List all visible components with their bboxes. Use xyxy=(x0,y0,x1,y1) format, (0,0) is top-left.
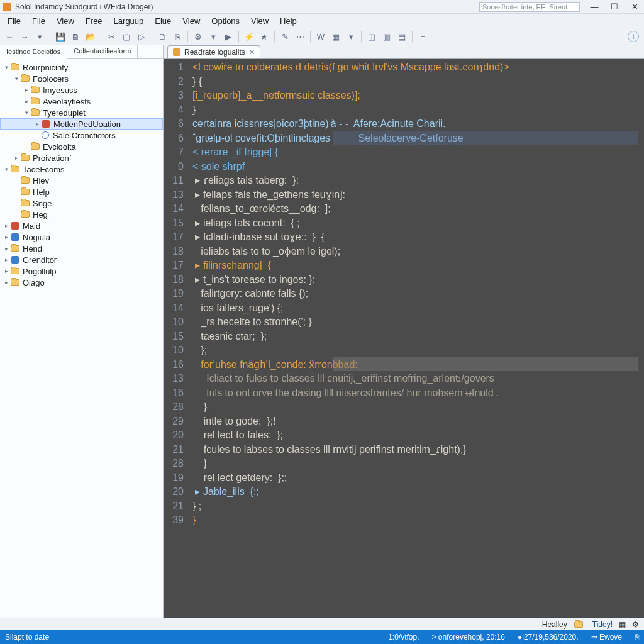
menu-file-1[interactable]: File xyxy=(27,15,50,27)
editor-pane[interactable]: 1234667011131415171817181914101510161316… xyxy=(164,59,644,618)
panel3-icon[interactable]: ▤ xyxy=(395,30,409,43)
grid-icon[interactable]: ▦ xyxy=(329,30,343,43)
menu-larguup-4[interactable]: Larguup xyxy=(109,15,149,27)
bolt-icon[interactable]: ⚡ xyxy=(242,30,256,43)
box-icon[interactable]: ▢ xyxy=(119,30,133,43)
footer-link[interactable]: Tidey! xyxy=(592,620,613,629)
wand-icon[interactable]: ✎ xyxy=(278,30,292,43)
code-line[interactable]: } xyxy=(192,103,640,118)
status-branch[interactable]: > onforevehopļ, 20:16 xyxy=(432,633,505,641)
save-icon[interactable]: 💾 xyxy=(53,30,67,43)
arrow-down-icon[interactable]: ▾ xyxy=(206,30,220,43)
menu-view-6[interactable]: View xyxy=(177,15,205,27)
arrow-left-icon[interactable]: ← xyxy=(3,30,16,43)
menu-file-0[interactable]: File xyxy=(3,15,26,27)
close-button[interactable]: ✕ xyxy=(628,1,641,13)
tree-item-olago[interactable]: ▸Olago xyxy=(0,277,163,288)
tree-item-sale cronctiotors[interactable]: Sale Cronctiotors xyxy=(0,130,163,141)
tab-icon[interactable]: ⎘ xyxy=(170,30,184,43)
code-line[interactable]: fcules to labses to classes lll rnvitij … xyxy=(192,443,640,457)
info-icon[interactable]: i xyxy=(628,31,639,42)
code-line[interactable]: < sole shrpf xyxy=(192,160,640,174)
menu-options-7[interactable]: Options xyxy=(206,15,245,27)
code-line[interactable]: ▸ fclladi-inbase sut toɣe:: } { xyxy=(192,230,640,245)
code-line[interactable]: } ; xyxy=(192,499,640,514)
code-line[interactable]: } xyxy=(192,400,640,414)
word-icon[interactable]: W xyxy=(314,30,328,43)
tree-item-hend[interactable]: ▸Hend xyxy=(0,243,163,254)
panel-icon[interactable]: ◫ xyxy=(365,30,379,43)
tree-item-pogollulp[interactable]: ▸Pogollulp xyxy=(0,265,163,277)
minimize-button[interactable]: — xyxy=(587,1,601,13)
tree-item-hiev[interactable]: Hiev xyxy=(0,175,163,186)
dots-icon[interactable]: ⋯ xyxy=(293,30,307,43)
doc-icon[interactable]: 🗋 xyxy=(155,30,169,43)
sidebar-tab-explorer[interactable]: Iestined Eoclotios xyxy=(0,46,67,59)
code-line[interactable]: taesnic ctar; }; xyxy=(192,330,640,344)
code-line[interactable]: [i_reuperb]_a__netformsuic classes)]; xyxy=(192,89,640,103)
scissors-icon[interactable]: ✂ xyxy=(104,30,118,43)
code-line[interactable]: fellans_to_œrolécts__odg: ]; xyxy=(192,202,640,216)
code-line[interactable]: ieliabs tals to to _oɸem le igel); xyxy=(192,245,640,259)
maximize-button[interactable]: ☐ xyxy=(608,1,621,13)
play-icon[interactable]: ▶ xyxy=(221,30,235,43)
tree-item-proivation`[interactable]: ▸Proivation` xyxy=(0,152,163,164)
code-line[interactable]: } xyxy=(192,457,640,471)
tree-item-maid[interactable]: ▸Maid xyxy=(0,220,163,231)
panel-toggle-icon[interactable]: ▦ xyxy=(619,620,626,629)
status-action[interactable]: ⇒ Ewove xyxy=(591,633,622,641)
tree-item-tacefcoms[interactable]: ▾TaceFcoms xyxy=(0,164,163,175)
panel2-icon[interactable]: ▥ xyxy=(380,30,394,43)
menu-help-9[interactable]: Help xyxy=(275,15,302,27)
gear-blue-icon[interactable]: ⚙ xyxy=(191,30,205,43)
folder-open-icon[interactable]: 📂 xyxy=(84,30,97,43)
code-line[interactable]: ▸ fellaps fals the_gethens feuɣin]: xyxy=(192,188,640,203)
code-line[interactable]: } { xyxy=(192,75,640,89)
code-line[interactable]: tuls to ont orve the dasing llll niiserc… xyxy=(192,386,640,401)
tree-item-imyesuss[interactable]: ▸Imyesuss xyxy=(0,84,163,96)
code-line[interactable]: rel lect to fales: }; xyxy=(192,428,640,443)
tab-close-icon[interactable]: ✕ xyxy=(249,48,255,57)
code-line[interactable]: ▸ ieliags tals cocont: { ; xyxy=(192,216,640,231)
code-line[interactable]: ▸ ɾeliags tals taberg: }; xyxy=(192,174,640,188)
code-line[interactable]: ▸ Jable_ills {:; xyxy=(192,485,640,499)
code-line[interactable]: }; xyxy=(192,343,640,358)
editor-tab-active[interactable]: Readrate logualits ✕ xyxy=(167,45,260,58)
tree-item-heg[interactable]: Heg xyxy=(0,209,163,220)
sidebar-tab-secondary[interactable]: Coltentactilieaform xyxy=(67,45,138,58)
play-alt-icon[interactable]: ▷ xyxy=(135,30,148,43)
status-date[interactable]: ●i27/19,536/2020. xyxy=(518,633,579,641)
code-line[interactable]: ▸ t_ins't torease to ingos: }; xyxy=(192,273,640,287)
project-tree[interactable]: ▾Rourpnicihty▾Foolocers▸Imyesuss▸Aveolay… xyxy=(0,59,163,618)
tree-item-evclooita[interactable]: Evclooita xyxy=(0,141,163,152)
code-line[interactable]: ios fallers_ruge') {; xyxy=(192,301,640,316)
search-input[interactable]: Socesfhoter inte, EF- Sirent xyxy=(479,2,580,12)
status-left[interactable]: Sllapt to date xyxy=(5,633,49,641)
code-line[interactable]: <l cowire to colderates d detris(f go wh… xyxy=(192,60,640,75)
code-line[interactable]: intle to gode: };! xyxy=(192,414,640,429)
plus-icon[interactable]: ＋ xyxy=(416,30,430,43)
menu-elue-5[interactable]: Elue xyxy=(150,15,176,27)
tree-item-nogiula[interactable]: ▸Nogiula xyxy=(0,231,163,243)
code-line[interactable]: rel lect getdery: };; xyxy=(192,471,640,486)
tree-item-snge[interactable]: Snge xyxy=(0,197,163,209)
settings-icon[interactable]: ⚙ xyxy=(632,620,639,629)
arrow-down-icon[interactable]: ▾ xyxy=(33,30,47,43)
tree-item-aveolaytiests[interactable]: ▸Aveolaytiests xyxy=(0,96,163,107)
code-line[interactable]: ▸ filinrschanng| { xyxy=(192,258,640,273)
tree-item-tyeredupiet[interactable]: ▾Tyeredupiet xyxy=(0,107,163,118)
tree-item-foolocers[interactable]: ▾Foolocers xyxy=(0,73,163,84)
arrow-right-icon[interactable]: → xyxy=(18,30,31,43)
code-line[interactable]: _rs hecelte to stronhe('; } xyxy=(192,315,640,330)
status-copy-icon[interactable]: ⎘ xyxy=(635,633,639,641)
tree-item-grenditor[interactable]: ▸Grenditor xyxy=(0,254,163,265)
code-line[interactable]: < rerare _if frigge| { xyxy=(192,145,640,160)
menu-view-8[interactable]: View xyxy=(246,15,274,27)
tree-item-rourpnicihty[interactable]: ▾Rourpnicihty xyxy=(0,62,163,73)
menu-view-2[interactable]: View xyxy=(52,15,79,27)
star-icon[interactable]: ★ xyxy=(257,30,271,43)
code-line[interactable]: Icliact to fules to classes lll cnuitij,… xyxy=(192,372,640,386)
arrow-down-icon[interactable]: ▾ xyxy=(344,30,358,43)
save-all-icon[interactable]: 🗎 xyxy=(69,30,82,43)
tree-item-help[interactable]: Help xyxy=(0,186,163,197)
